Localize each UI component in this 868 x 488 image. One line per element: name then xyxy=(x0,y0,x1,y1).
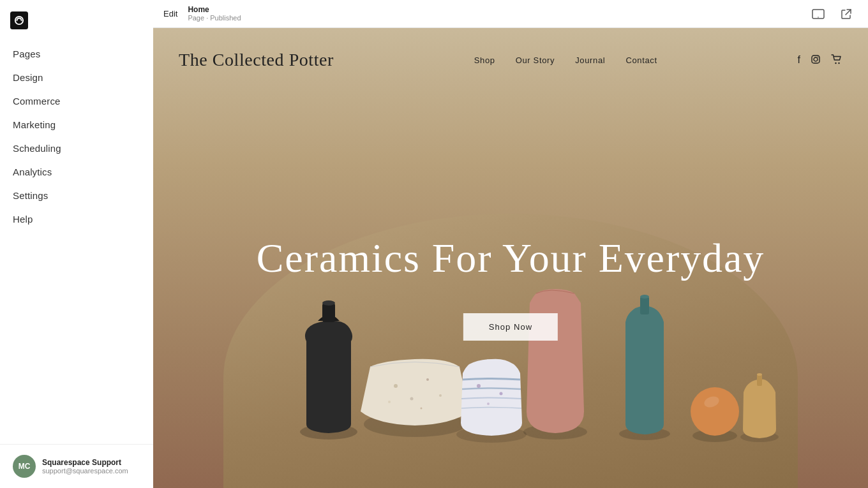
sidebar-item-marketing[interactable]: Marketing xyxy=(0,113,153,137)
facebook-icon: f xyxy=(798,54,800,66)
sidebar-item-scheduling-label: Scheduling xyxy=(13,143,61,154)
svg-point-2 xyxy=(818,17,819,18)
svg-point-17 xyxy=(322,300,335,306)
shop-now-button[interactable]: Shop Now xyxy=(463,313,558,341)
avatar: MC xyxy=(13,455,36,478)
sidebar-item-marketing-label: Marketing xyxy=(13,119,56,130)
svg-point-31 xyxy=(757,373,762,376)
sidebar-nav: Pages Design Commerce Marketing Scheduli… xyxy=(0,37,153,444)
sidebar-item-analytics-label: Analytics xyxy=(13,166,52,177)
sidebar-item-pages[interactable]: Pages xyxy=(0,42,153,66)
footer-support-email: support@squarespace.com xyxy=(42,467,128,475)
sidebar-item-help[interactable]: Help xyxy=(0,207,153,231)
svg-rect-30 xyxy=(757,374,762,386)
website-nav: The Collected Potter Shop Our Story Jour… xyxy=(153,28,868,92)
sidebar: Pages Design Commerce Marketing Scheduli… xyxy=(0,0,153,488)
sidebar-item-commerce-label: Commerce xyxy=(13,96,61,107)
cart-icon xyxy=(831,54,842,66)
sidebar-item-design[interactable]: Design xyxy=(0,66,153,89)
svg-point-14 xyxy=(421,408,423,410)
nav-link-journal[interactable]: Journal xyxy=(575,55,605,65)
sidebar-item-scheduling[interactable]: Scheduling xyxy=(0,137,153,160)
svg-point-27 xyxy=(500,392,503,396)
footer-support-title: Squarespace Support xyxy=(42,458,128,467)
svg-point-4 xyxy=(814,57,818,61)
pottery-svg xyxy=(223,118,798,488)
sidebar-footer: MC Squarespace Support support@squarespa… xyxy=(0,444,153,488)
avatar-initials: MC xyxy=(19,462,31,471)
sidebar-item-settings-label: Settings xyxy=(13,190,48,201)
sidebar-item-commerce[interactable]: Commerce xyxy=(0,89,153,113)
topbar: Edit Home Page · Published xyxy=(153,0,868,28)
sidebar-item-settings[interactable]: Settings xyxy=(0,184,153,207)
squarespace-logo-icon xyxy=(10,11,28,29)
page-name: Home xyxy=(188,5,241,14)
hero-cta-container: Shop Now xyxy=(463,313,558,341)
svg-point-21 xyxy=(640,295,649,299)
website-nav-icons: f xyxy=(798,54,842,66)
preview-area: The Collected Potter Shop Our Story Jour… xyxy=(153,28,868,488)
svg-point-26 xyxy=(477,384,481,388)
tablet-view-button[interactable] xyxy=(809,5,827,23)
svg-rect-0 xyxy=(10,11,28,29)
page-status: Page · Published xyxy=(188,14,241,22)
sidebar-item-help-label: Help xyxy=(13,214,33,225)
svg-point-7 xyxy=(838,62,839,63)
svg-point-12 xyxy=(439,394,442,397)
svg-point-23 xyxy=(691,387,739,436)
website-preview: The Collected Potter Shop Our Story Jour… xyxy=(153,28,868,488)
edit-button[interactable]: Edit xyxy=(163,9,177,18)
svg-rect-3 xyxy=(812,55,819,63)
svg-point-5 xyxy=(818,56,819,57)
svg-point-10 xyxy=(426,378,429,381)
svg-rect-20 xyxy=(640,297,649,314)
svg-point-6 xyxy=(835,62,836,63)
hero-title: Ceramics For Your Everyday xyxy=(257,235,765,280)
topbar-page-info: Home Page · Published xyxy=(188,5,241,23)
nav-link-shop[interactable]: Shop xyxy=(474,55,495,65)
website-nav-links: Shop Our Story Journal Contact xyxy=(474,55,657,65)
main-area: Edit Home Page · Published xyxy=(153,0,868,488)
topbar-left: Edit Home Page · Published xyxy=(163,5,241,23)
external-link-button[interactable] xyxy=(837,5,855,23)
instagram-icon xyxy=(811,54,821,66)
sidebar-item-analytics[interactable]: Analytics xyxy=(0,160,153,184)
topbar-right xyxy=(809,5,855,23)
svg-point-28 xyxy=(487,403,490,405)
sidebar-item-pages-label: Pages xyxy=(13,48,40,59)
svg-point-13 xyxy=(388,401,391,403)
nav-link-contact[interactable]: Contact xyxy=(625,55,657,65)
tablet-icon xyxy=(812,9,825,19)
hero-text: Ceramics For Your Everyday xyxy=(257,235,765,280)
website-brand: The Collected Potter xyxy=(179,50,334,70)
footer-info: Squarespace Support support@squarespace.… xyxy=(42,458,128,475)
sidebar-item-design-label: Design xyxy=(13,72,43,83)
svg-point-11 xyxy=(410,397,414,401)
svg-rect-16 xyxy=(322,303,335,322)
nav-link-our-story[interactable]: Our Story xyxy=(516,55,555,65)
sidebar-logo-area xyxy=(0,0,153,37)
svg-point-9 xyxy=(394,384,398,388)
external-link-icon xyxy=(841,8,852,20)
